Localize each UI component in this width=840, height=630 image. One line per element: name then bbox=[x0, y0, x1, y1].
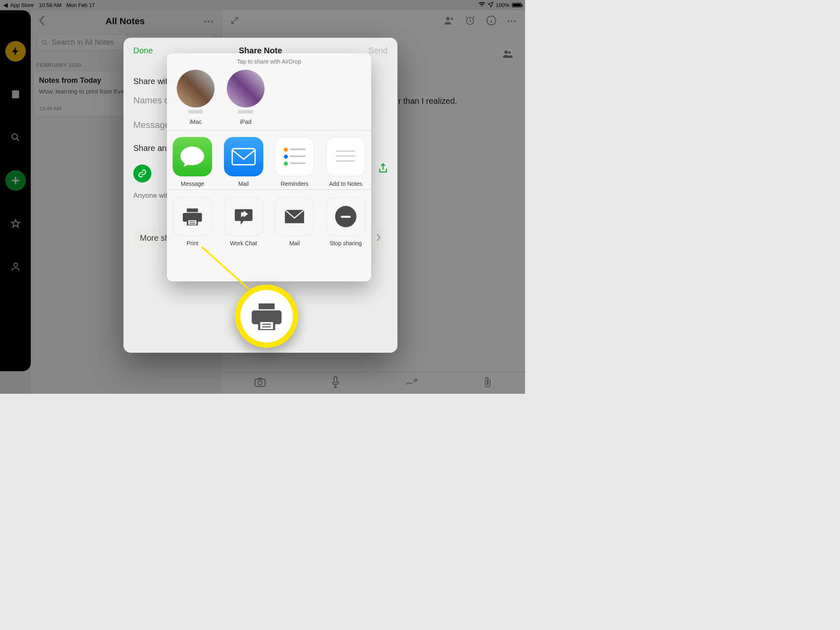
airdrop-avatar bbox=[177, 70, 215, 107]
svg-rect-20 bbox=[336, 151, 355, 152]
share-app-add-to-notes[interactable]: Add to Notes bbox=[326, 137, 366, 187]
airdrop-avatar bbox=[227, 70, 265, 107]
annotation-highlight bbox=[235, 285, 298, 348]
annotation-print-icon bbox=[240, 290, 293, 342]
airdrop-device-label: iPad bbox=[240, 119, 251, 125]
airdrop-name-redacted bbox=[188, 110, 203, 114]
stop-sharing-icon bbox=[326, 197, 365, 236]
message-icon bbox=[173, 137, 212, 176]
svg-point-15 bbox=[284, 155, 288, 159]
share-app-label: Add to Notes bbox=[329, 180, 362, 187]
svg-rect-17 bbox=[290, 148, 306, 150]
battery-icon bbox=[512, 3, 522, 7]
svg-rect-13 bbox=[232, 148, 255, 164]
svg-rect-22 bbox=[336, 160, 355, 162]
svg-rect-21 bbox=[336, 155, 355, 157]
action-label: Work Chat bbox=[230, 240, 257, 247]
work-chat-icon bbox=[224, 197, 263, 236]
airdrop-target-imac[interactable]: iMac bbox=[177, 70, 215, 125]
svg-rect-18 bbox=[290, 155, 306, 157]
action-label: Print bbox=[187, 240, 199, 247]
svg-rect-19 bbox=[290, 162, 306, 164]
airdrop-target-ipad[interactable]: iPad bbox=[227, 70, 265, 125]
system-share-icon[interactable] bbox=[377, 162, 389, 176]
share-app-mail[interactable]: Mail bbox=[224, 137, 264, 187]
link-icon[interactable] bbox=[133, 164, 151, 183]
action-work-chat[interactable]: Work Chat bbox=[224, 197, 264, 247]
action-stop-sharing[interactable]: Stop sharing bbox=[326, 197, 366, 247]
airdrop-name-redacted bbox=[238, 110, 253, 114]
share-app-label: Mail bbox=[238, 180, 249, 187]
airdrop-hint: Tap to share with AirDrop bbox=[167, 53, 371, 67]
battery-percentage: 100% bbox=[496, 2, 509, 8]
mail-action-icon bbox=[275, 197, 314, 236]
notes-app-icon bbox=[326, 137, 365, 176]
share-app-reminders[interactable]: Reminders bbox=[275, 137, 315, 187]
wifi-icon bbox=[479, 2, 485, 8]
share-app-label: Reminders bbox=[281, 180, 308, 187]
location-icon bbox=[488, 2, 493, 9]
action-mail[interactable]: Mail bbox=[275, 197, 315, 247]
status-time: 10:58 AM bbox=[39, 2, 62, 8]
status-bar: ◀ App Store 10:58 AM Mon Feb 17 100% bbox=[0, 0, 525, 10]
back-app-label[interactable]: App Store bbox=[10, 2, 34, 8]
svg-point-16 bbox=[284, 162, 288, 166]
svg-point-14 bbox=[284, 148, 288, 152]
action-print[interactable]: Print bbox=[173, 197, 212, 247]
reminders-icon bbox=[275, 137, 314, 176]
action-label: Stop sharing bbox=[329, 240, 362, 247]
mail-icon bbox=[224, 137, 263, 176]
share-app-message[interactable]: Message bbox=[173, 137, 212, 187]
share-app-label: Message bbox=[181, 180, 204, 187]
status-date: Mon Feb 17 bbox=[66, 2, 95, 8]
ios-share-sheet: Tap to share with AirDrop iMac iPad Mess… bbox=[167, 53, 371, 281]
back-app-chevron-icon[interactable]: ◀ bbox=[3, 2, 8, 8]
action-label: Mail bbox=[289, 240, 300, 247]
chevron-right-icon bbox=[376, 234, 381, 243]
airdrop-device-label: iMac bbox=[189, 119, 202, 125]
print-icon bbox=[173, 197, 212, 236]
